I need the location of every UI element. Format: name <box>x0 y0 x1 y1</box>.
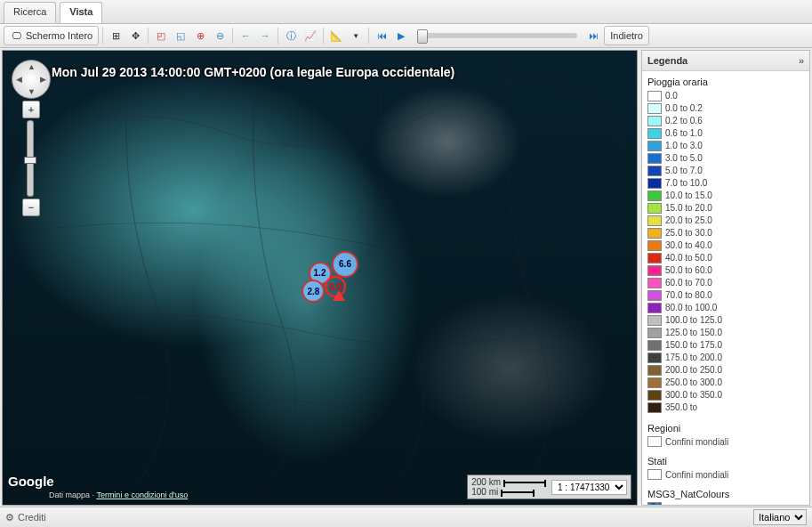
next-extent-icon[interactable]: → <box>256 27 274 45</box>
measure-icon[interactable]: 📐 <box>327 27 345 45</box>
measure-dropdown-icon[interactable]: ▼ <box>347 27 365 45</box>
legend-label: 300.0 to 350.0 <box>665 389 722 401</box>
legend-row: 300.0 to 350.0 <box>647 389 804 401</box>
zoom-in-box-icon[interactable]: ◰ <box>152 27 170 45</box>
legend-row: 25.0 to 30.0 <box>647 227 804 239</box>
info-icon[interactable]: ⓘ <box>282 27 300 45</box>
pan-north-icon[interactable]: ▲ <box>28 62 36 71</box>
square-icon <box>647 436 662 447</box>
time-end-icon[interactable]: ⏭ <box>584 27 602 45</box>
time-label: Mon Jul 29 2013 14:00:00 GMT+0200 (ora l… <box>52 65 454 79</box>
fullscreen-button[interactable]: 🖵 Schermo Intero <box>4 26 99 45</box>
zoom-handle[interactable] <box>24 157 36 164</box>
legend-label: 0.0 to 0.2 <box>665 102 703 115</box>
legend-label: 5.0 to 7.0 <box>665 165 703 177</box>
color-swatch <box>647 128 662 139</box>
legend-label: 125.0 to 150.0 <box>665 327 722 339</box>
color-swatch <box>647 166 662 176</box>
color-swatch <box>647 390 662 401</box>
color-swatch <box>647 178 662 189</box>
zoom-out-icon[interactable]: ⊖ <box>211 27 229 45</box>
color-swatch <box>647 303 662 313</box>
legend-row: 30.0 to 40.0 <box>647 239 804 252</box>
station-marker-icon[interactable] <box>333 290 345 301</box>
gear-icon: ⚙ <box>5 512 14 523</box>
scale-select[interactable]: 1 : 17471330 <box>551 480 627 495</box>
tab-view[interactable]: Vista <box>60 2 102 23</box>
collapse-icon[interactable]: » <box>799 55 804 66</box>
color-swatch <box>647 365 662 376</box>
legend-label: 0.0 <box>665 90 678 102</box>
legend-label: 0.2 to 0.6 <box>665 115 703 127</box>
legend-rain-section: Pioggia oraria 0.00.0 to 0.20.2 to 0.60.… <box>647 77 804 414</box>
time-slider[interactable] <box>417 33 577 38</box>
legend-rain-title: Pioggia oraria <box>647 77 804 87</box>
legend-label: 175.0 to 200.0 <box>665 352 722 364</box>
separator <box>232 28 233 44</box>
language-select[interactable]: Italiano <box>753 509 807 525</box>
google-logo: Google <box>8 474 54 489</box>
color-swatch <box>647 290 662 301</box>
separator <box>368 28 369 44</box>
square-icon <box>647 469 662 480</box>
time-slider-knob[interactable] <box>417 29 428 44</box>
pan-east-icon[interactable]: ▶ <box>40 75 46 84</box>
chart-icon[interactable]: 📈 <box>301 27 319 45</box>
legend-row: 175.0 to 200.0 <box>647 352 804 364</box>
legend-msg-section: MSG3_NatColours <box>647 489 804 505</box>
pan-west-icon[interactable]: ◀ <box>16 75 22 84</box>
color-swatch <box>647 240 662 251</box>
color-swatch <box>647 141 662 151</box>
legend-row: 0.0 to 0.2 <box>647 102 804 115</box>
zoom-out-box-icon[interactable]: ◱ <box>172 27 189 45</box>
tab-bar: Ricerca Vista <box>0 0 812 24</box>
data-marker[interactable]: 2.8 <box>301 280 325 303</box>
legend-row: 5.0 to 7.0 <box>647 165 804 177</box>
legend-row: 0.2 to 0.6 <box>647 115 804 127</box>
color-swatch <box>647 377 662 388</box>
zoom-track[interactable] <box>27 120 34 197</box>
zoom-in-button[interactable]: + <box>22 101 40 118</box>
legend-label: 70.0 to 80.0 <box>665 289 712 302</box>
map-attribution: Dati mappa · Termini e condizioni d'uso <box>49 491 188 499</box>
legend-row: 100.0 to 125.0 <box>647 314 804 327</box>
legend-label: 350.0 to <box>665 401 697 414</box>
color-swatch <box>647 315 662 326</box>
legend-row: 15.0 to 20.0 <box>647 202 804 215</box>
legend-row: 250.0 to 300.0 <box>647 377 804 389</box>
max-extent-icon[interactable]: ⊞ <box>107 27 125 45</box>
legend-row: 125.0 to 150.0 <box>647 327 804 339</box>
map-viewport[interactable]: Mon Jul 29 2013 14:00:00 GMT+0200 (ora l… <box>2 50 638 506</box>
pan-south-icon[interactable]: ▼ <box>28 87 36 96</box>
pan-control[interactable]: ▲ ▼ ◀ ▶ <box>12 60 51 99</box>
credits-button[interactable]: ⚙ Crediti <box>5 512 46 523</box>
scale-mi: 100 mi <box>471 487 498 497</box>
legend-label: 3.0 to 5.0 <box>665 152 703 165</box>
color-swatch <box>647 278 662 288</box>
back-button[interactable]: Indietro <box>604 26 649 45</box>
legend-states-label: Confini mondiali <box>665 470 728 480</box>
legend-label: 100.0 to 125.0 <box>665 314 722 327</box>
legend-body[interactable]: Pioggia oraria 0.00.0 to 0.20.2 to 0.60.… <box>642 71 809 505</box>
separator <box>323 28 324 44</box>
legend-row: 70.0 to 80.0 <box>647 289 804 302</box>
pan-tool-icon[interactable]: ✥ <box>126 27 144 45</box>
legend-row: 10.0 to 15.0 <box>647 190 804 202</box>
legend-label: 250.0 to 300.0 <box>665 377 722 389</box>
pattern-icon <box>647 502 662 505</box>
zoom-in-icon[interactable]: ⊕ <box>191 27 209 45</box>
terms-link[interactable]: Termini e condizioni d'uso <box>96 491 188 499</box>
monitor-icon: 🖵 <box>10 29 22 42</box>
fullscreen-label: Schermo Intero <box>26 30 92 41</box>
scale-line: 200 km 100 mi <box>471 477 546 497</box>
legend-title: Legenda <box>647 55 687 66</box>
zoom-out-button[interactable]: − <box>22 199 40 216</box>
separator <box>277 28 278 44</box>
data-marker[interactable]: 6.6 <box>332 251 358 278</box>
tab-search[interactable]: Ricerca <box>4 2 56 23</box>
legend-label: 200.0 to 250.0 <box>665 364 722 377</box>
prev-extent-icon[interactable]: ← <box>237 27 254 45</box>
time-start-icon[interactable]: ⏮ <box>373 27 390 45</box>
zoom-control: + − <box>22 101 38 216</box>
play-icon[interactable]: ▶ <box>392 27 410 45</box>
